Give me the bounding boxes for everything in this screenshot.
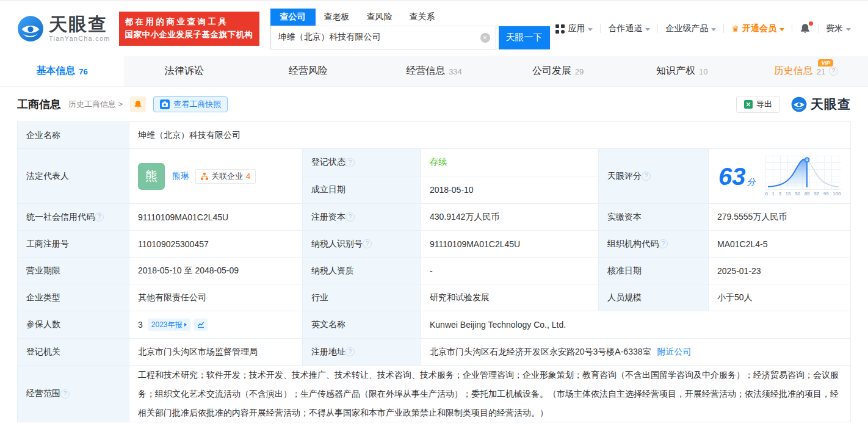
value-text: MA01C2L4-5 [717, 239, 768, 249]
label-text: 天眼评分 [607, 171, 642, 182]
search-tab-company[interactable]: 查公司 [270, 9, 316, 26]
apps-grid-icon [555, 24, 565, 34]
search-tab-relation[interactable]: 查关系 [401, 9, 444, 26]
search-button[interactable]: 天眼一下 [499, 26, 550, 49]
label-org-code: 组织机构代码 ? [599, 231, 709, 258]
help-icon[interactable]: ? [659, 239, 668, 248]
legal-rep-name-link[interactable]: 熊琳 [172, 171, 189, 182]
nav-vip-label: 开通会员 [742, 23, 776, 34]
label-text: 营业期限 [26, 265, 60, 276]
search-input[interactable] [270, 26, 496, 49]
value-text: 2018-05-10 [430, 185, 474, 195]
value-text: Kunwei Beijing Technology Co., Ltd. [430, 320, 566, 330]
nav-user[interactable]: 费米 [826, 23, 851, 34]
section-header: 工商信息 历史工商信息 > 查看工商快照 导出 [0, 87, 868, 121]
label-registration-authority: 登记机关 [18, 339, 129, 366]
value-org-code: MA01C2L4-5 [709, 231, 851, 258]
value-text: 2018-05-10 至 2048-05-09 [138, 265, 239, 276]
chevron-down-icon [846, 28, 851, 31]
tab-basic-info[interactable]: 基本信息 76 [0, 56, 124, 86]
tab-count: 334 [449, 67, 462, 76]
value-registration-number: 110109025300457 [129, 231, 303, 258]
nav-enterprise-products[interactable]: 企业级产品 [665, 23, 716, 34]
tab-intellectual-property[interactable]: 知识产权 10 [620, 56, 744, 86]
related-companies-count: 4 [246, 171, 250, 181]
search-tab-risk[interactable]: 查风险 [358, 9, 401, 26]
business-info-table: 企业名称 坤维（北京）科技有限公司 法定代表人 熊 熊琳 关联企业 4 登记状态… [17, 121, 851, 422]
vip-badge: VIP [818, 59, 833, 67]
value-text: 研究和试验发展 [430, 292, 490, 303]
help-icon[interactable]: ? [345, 347, 355, 356]
tab-history-info[interactable]: VIP 历史信息 21 ? [744, 56, 868, 86]
nav-partner-label: 合作通道 [608, 23, 642, 34]
value-registration-status: 存续 [421, 149, 599, 176]
export-button-label: 导出 [756, 99, 772, 110]
clear-search-icon[interactable]: ✕ [480, 33, 490, 43]
chevron-down-icon [711, 28, 716, 31]
tab-count: 29 [575, 67, 584, 76]
value-text: 小于50人 [717, 292, 753, 303]
slogan-line2: 国家中小企业发展子基金旗下机构 [125, 29, 253, 42]
tianyancha-logo[interactable]: 天眼查 TianYanCha.com [17, 15, 110, 42]
search-tabs: 查公司 查老板 查风险 查关系 [270, 9, 550, 26]
related-companies-chip[interactable]: 关联企业 4 [195, 169, 256, 184]
label-tianyan-score: 天眼评分 ? [599, 149, 709, 204]
label-text: 纳税人资质 [311, 265, 354, 276]
help-icon[interactable]: ? [642, 171, 651, 181]
label-text: 法定代表人 [26, 171, 69, 182]
label-industry: 行业 [303, 284, 421, 311]
tab-count: 10 [699, 67, 707, 76]
value-legal-representative: 熊 熊琳 关联企业 4 [129, 149, 303, 204]
help-icon[interactable]: ? [363, 239, 372, 248]
help-icon[interactable]: ? [345, 158, 355, 167]
view-business-snapshot-button[interactable]: 查看工商快照 [153, 96, 228, 112]
label-company-name: 企业名称 [18, 122, 129, 149]
subscribe-alert-button[interactable] [130, 96, 146, 112]
divider [792, 24, 792, 33]
snapshot-button-label: 查看工商快照 [173, 99, 221, 110]
value-taxpayer-quality: - [421, 258, 599, 284]
history-business-info-link[interactable]: 历史工商信息 > [68, 99, 123, 110]
legal-rep-avatar[interactable]: 熊 [138, 163, 165, 190]
value-text: 430.9142万人民币 [430, 212, 499, 223]
help-icon[interactable]: ? [60, 389, 70, 399]
export-button[interactable]: 导出 [736, 96, 780, 113]
nav-apps[interactable]: 应用 [555, 23, 593, 34]
score-value: 63 [718, 164, 746, 189]
label-credit-code: 统一社会信用代码 ? [18, 204, 129, 231]
value-text: 91110109MA01C2L45U [138, 212, 228, 222]
related-companies-label: 关联企业 [211, 171, 243, 182]
label-text: 登记状态 [311, 157, 345, 168]
help-icon[interactable]: ? [95, 212, 104, 222]
top-nav: 应用 合作通道 企业级产品 ♛ 开通会员 费米 [555, 23, 851, 34]
value-text: 北京市门头沟区市场监督管理局 [138, 347, 258, 358]
label-text: 纳税人识别号 [311, 239, 363, 250]
nav-partner[interactable]: 合作通道 [608, 23, 650, 34]
insured-trend-chart-button[interactable] [194, 319, 208, 331]
label-registration-status: 登记状态 ? [303, 149, 421, 176]
nav-open-vip[interactable]: ♛ 开通会员 [731, 23, 784, 34]
tab-label: 知识产权 [656, 65, 695, 78]
help-icon[interactable]: ? [345, 212, 355, 222]
value-tianyan-score: 63 分 [709, 149, 851, 204]
value-text: 2025-01-23 [717, 266, 761, 276]
tab-company-development[interactable]: 公司发展 29 [496, 56, 620, 86]
label-registered-address: 注册地址 ? [303, 339, 421, 366]
label-text: 核准日期 [607, 265, 642, 276]
tab-label: 公司发展 [532, 65, 571, 78]
label-text: 企业类型 [26, 292, 60, 303]
nearby-companies-link[interactable]: 附近公司 [657, 347, 692, 358]
status-badge: 存续 [430, 157, 447, 168]
annual-report-chip[interactable]: 2023年报 [148, 319, 190, 331]
tab-operating-risk[interactable]: 经营风险 [248, 56, 372, 86]
tab-label: 经营风险 [289, 65, 328, 78]
label-establish-date: 成立日期 [303, 176, 421, 204]
tab-legal-litigation[interactable]: 法律诉讼 [124, 56, 248, 86]
label-staff-size: 人员规模 [599, 284, 709, 311]
label-text: 实缴资本 [607, 212, 642, 223]
notification-bell[interactable] [800, 23, 811, 34]
search-tab-boss[interactable]: 查老板 [316, 9, 358, 26]
tab-business-info[interactable]: 经营信息 334 [372, 56, 496, 86]
help-icon[interactable]: ? [829, 67, 838, 76]
label-registration-number: 工商注册号 [18, 231, 129, 258]
